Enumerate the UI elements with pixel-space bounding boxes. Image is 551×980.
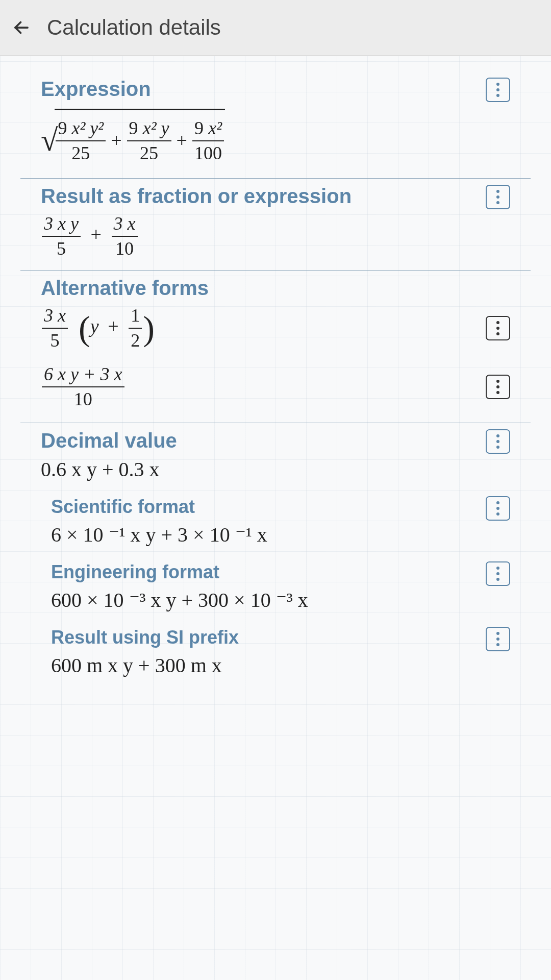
engineering-heading: Engineering format xyxy=(51,561,486,583)
si-prefix-more-button[interactable] xyxy=(486,627,510,651)
expr-t3-den: 100 xyxy=(192,141,224,164)
section-decimal: Decimal value 0.6 x y + 0.3 x Scientific… xyxy=(20,423,531,678)
decimal-more-button[interactable] xyxy=(486,429,510,454)
alt1-inside-var: y xyxy=(90,315,99,337)
dots-vertical-icon xyxy=(496,434,499,437)
fres-t2-num: 3 x xyxy=(112,213,138,237)
page-title: Calculation details xyxy=(47,15,221,40)
dots-vertical-icon xyxy=(496,321,499,324)
expr-t2-vars: x² y xyxy=(143,118,169,138)
dots-vertical-icon xyxy=(496,190,499,193)
dots-vertical-icon xyxy=(496,501,499,504)
plus-sign: + xyxy=(177,129,187,153)
fres-t2-den: 10 xyxy=(113,237,136,260)
fraction-result-more-button[interactable] xyxy=(486,185,510,209)
alt1-in-num: 1 xyxy=(129,305,142,329)
scientific-heading: Scientific format xyxy=(51,496,486,518)
alt-form2-more-button[interactable] xyxy=(486,375,510,399)
app-header: Calculation details xyxy=(0,0,551,56)
engineering-value: 600 × 10 ⁻³ x y + 300 × 10 ⁻³ x xyxy=(51,588,486,612)
expr-t2-den: 25 xyxy=(138,141,160,164)
subsection-engineering: Engineering format 600 × 10 ⁻³ x y + 300… xyxy=(41,561,510,612)
sqrt-icon: √ xyxy=(41,111,58,170)
expr-t3-coef: 9 xyxy=(194,118,204,138)
fres-t1-den: 5 xyxy=(55,237,68,260)
dots-vertical-icon xyxy=(496,83,499,86)
expr-t1-vars: x² y² xyxy=(71,118,104,138)
expr-t3-vars: x² xyxy=(208,118,222,138)
subsection-scientific: Scientific format 6 × 10 ⁻¹ x y + 3 × 10… xyxy=(41,496,510,547)
decimal-heading: Decimal value xyxy=(41,429,481,452)
alt1-lead-num: 3 x xyxy=(42,305,68,329)
fres-t1-num: 3 x y xyxy=(42,213,81,237)
subsection-si-prefix: Result using SI prefix 600 m x y + 300 m… xyxy=(41,627,510,678)
content-area: Expression √ 9 x² y² 25 + 9 x² y xyxy=(0,56,551,698)
back-button[interactable] xyxy=(10,16,33,39)
fraction-result-formula: 3 x y 5 + 3 x 10 xyxy=(41,213,481,260)
plus-sign: + xyxy=(108,315,118,337)
scientific-value: 6 × 10 ⁻¹ x y + 3 × 10 ⁻¹ x xyxy=(51,523,486,547)
scientific-more-button[interactable] xyxy=(486,496,510,521)
arrow-left-icon xyxy=(12,18,31,37)
expression-heading: Expression xyxy=(41,78,481,101)
plus-sign: + xyxy=(111,129,121,153)
expr-t1-den: 25 xyxy=(69,141,92,164)
plus-sign: + xyxy=(91,224,102,245)
alt2-den: 10 xyxy=(72,387,94,410)
left-paren-icon: ( xyxy=(79,313,90,345)
decimal-value: 0.6 x y + 0.3 x xyxy=(41,457,481,482)
right-paren-icon: ) xyxy=(143,313,155,345)
alternative-form-1: 3 x 5 (y + 1 2 ) xyxy=(41,305,510,352)
alt-form1-more-button[interactable] xyxy=(486,316,510,340)
alternative-form-2: 6 x y + 3 x 10 xyxy=(41,363,510,411)
expression-formula: √ 9 x² y² 25 + 9 x² y 25 + xyxy=(41,106,481,168)
expression-more-button[interactable] xyxy=(486,78,510,102)
alt1-in-den: 2 xyxy=(129,329,142,352)
fraction-result-heading: Result as fraction or expression xyxy=(41,185,481,208)
dots-vertical-icon xyxy=(496,567,499,570)
section-alternative-forms: Alternative forms 3 x 5 (y + 1 2 ) xyxy=(20,271,531,423)
expr-t2-coef: 9 xyxy=(129,118,138,138)
engineering-more-button[interactable] xyxy=(486,561,510,586)
section-expression: Expression √ 9 x² y² 25 + 9 x² y xyxy=(20,71,531,179)
si-prefix-heading: Result using SI prefix xyxy=(51,627,486,648)
section-fraction-result: Result as fraction or expression 3 x y 5… xyxy=(20,179,531,271)
alternative-heading: Alternative forms xyxy=(41,277,510,300)
dots-vertical-icon xyxy=(496,380,499,383)
expr-t1-coef: 9 xyxy=(58,118,67,138)
alt2-num: 6 x y + 3 x xyxy=(42,363,124,387)
alt1-lead-den: 5 xyxy=(48,329,62,352)
si-prefix-value: 600 m x y + 300 m x xyxy=(51,653,486,678)
dots-vertical-icon xyxy=(496,632,499,635)
